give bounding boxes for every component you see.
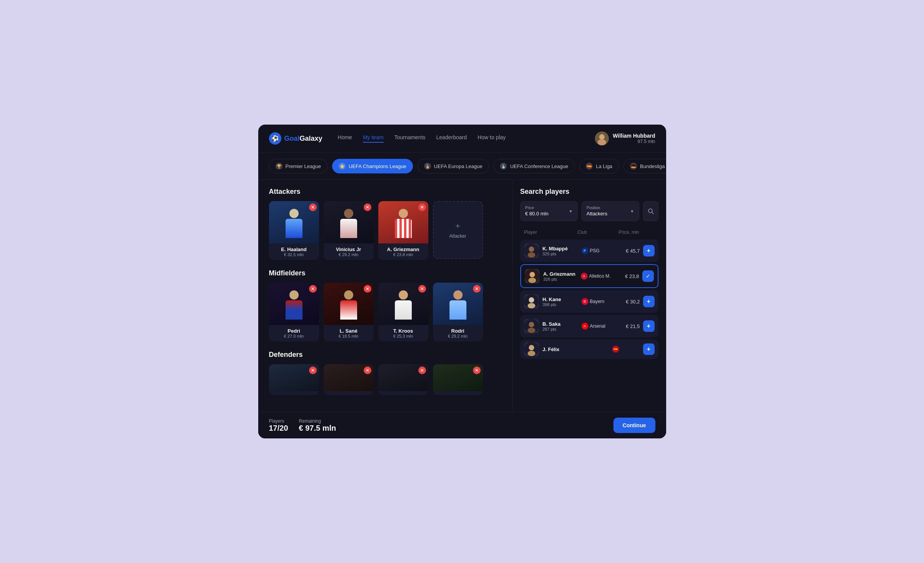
nav-leaderboard[interactable]: Leaderboard	[436, 134, 467, 143]
add-felix-btn[interactable]: +	[643, 343, 655, 355]
defender-card-2: ✕	[324, 364, 374, 395]
league-la-liga[interactable]: 🇪🇸 La Liga	[579, 159, 619, 173]
league-uel[interactable]: 🏅 UEFA Europa League	[418, 159, 489, 173]
check-griezmann-btn[interactable]: ✓	[642, 270, 654, 282]
nav-my-team[interactable]: My team	[363, 134, 384, 143]
stats-area: Players 17/20 Remaining € 97.5 mln	[269, 418, 336, 433]
position-chevron-icon: ▼	[630, 209, 634, 213]
league-premier-league[interactable]: 🏆 Premier League	[269, 159, 328, 173]
player-card-griezmann: ✕ A. Griezmann € 23.8 mln	[378, 201, 428, 260]
svg-point-12	[529, 297, 534, 303]
col-club-header: Club	[578, 230, 608, 235]
player-row-kane[interactable]: H. Kane 398 pts B Bayern € 30,2 +	[520, 290, 658, 313]
add-kane-btn[interactable]: +	[643, 296, 655, 307]
kroos-info: T. Kroos € 25.3 mln	[378, 325, 428, 341]
remove-defender4-btn[interactable]: ✕	[473, 366, 481, 374]
nav-tournaments[interactable]: Tournaments	[394, 134, 426, 143]
kane-avatar	[524, 294, 539, 309]
player-row-saka[interactable]: B. Saka 287 pts A Arsenal € 21,5 +	[520, 315, 658, 337]
header: ⚽ GoalGalaxy Home My team Tournaments Le…	[258, 125, 666, 153]
defenders-section: Defenders ✕ ✕ ✕	[269, 351, 501, 395]
defender-card-1: ✕	[269, 364, 319, 395]
search-icon	[648, 208, 654, 214]
logo-area: ⚽ GoalGalaxy	[269, 132, 322, 145]
rodri-price: € 29.2 mln	[436, 334, 480, 338]
saka-club: A Arsenal	[581, 323, 612, 330]
add-attacker-label: Attacker	[449, 233, 466, 239]
midfielders-grid: ✕ Pedri € 27.0 mln	[269, 283, 501, 341]
leagues-bar: 🏆 Premier League ⭐ UEFA Champions League…	[258, 153, 666, 180]
remove-rodri-btn[interactable]: ✕	[473, 285, 481, 293]
haaland-price: € 32.5 mln	[272, 252, 316, 257]
remove-defender2-btn[interactable]: ✕	[364, 366, 371, 374]
rodri-name: Rodri	[436, 328, 480, 334]
defenders-title: Defenders	[269, 351, 501, 359]
kroos-name: T. Kroos	[381, 328, 425, 334]
uecl-icon: 🥈	[500, 163, 507, 170]
user-avatar	[595, 132, 609, 145]
add-attacker-slot[interactable]: + Attacker	[433, 201, 483, 259]
attackers-title: Attackers	[269, 188, 501, 196]
mbappe-avatar	[524, 243, 539, 258]
remove-griezmann-btn[interactable]: ✕	[418, 203, 426, 211]
app-container: ⚽ GoalGalaxy Home My team Tournaments Le…	[258, 125, 666, 438]
svg-point-7	[528, 252, 535, 258]
felix-club: 🇪🇸	[612, 346, 643, 353]
right-panel: Search players Price € 80.0 mln ▼ Positi…	[512, 180, 666, 412]
players-table-header: Player Club Price, mln	[520, 227, 658, 237]
player-row-felix[interactable]: J. Félix 🇪🇸 +	[520, 340, 658, 359]
remove-kroos-btn[interactable]: ✕	[418, 285, 426, 293]
player-row-mbappe[interactable]: K. Mbappé 326 pts P PSG € 45,7 +	[520, 240, 658, 262]
logo-text: GoalGalaxy	[284, 135, 322, 143]
svg-point-19	[528, 351, 535, 356]
user-area: William Hubbard 97.5 mln	[595, 132, 655, 145]
remove-defender3-btn[interactable]: ✕	[418, 366, 426, 374]
add-mbappe-btn[interactable]: +	[643, 245, 655, 257]
remove-sane-btn[interactable]: ✕	[364, 285, 371, 293]
continue-button[interactable]: Continue	[613, 418, 655, 433]
premier-league-icon: 🏆	[276, 163, 282, 170]
sane-price: € 18.5 mln	[327, 334, 371, 338]
add-saka-btn[interactable]: +	[643, 320, 655, 332]
player-card-haaland: ✕ E. Haaland € 32.5 mln	[269, 201, 319, 260]
midfielders-title: Midfielders	[269, 269, 501, 277]
nav-home[interactable]: Home	[338, 134, 352, 143]
remove-vinicius-btn[interactable]: ✕	[364, 203, 371, 211]
league-bundesliga[interactable]: 🇩🇪 Bundesliga	[623, 159, 666, 173]
psg-badge: P	[581, 247, 588, 254]
attackers-section: Attackers ✕	[269, 188, 501, 260]
svg-point-10	[528, 278, 536, 283]
player-card-rodri: ✕ Rodri € 29.2 mln	[433, 283, 483, 341]
midfielders-section: Midfielders ✕	[269, 269, 501, 341]
league-uecl[interactable]: 🥈 UEFA Conference League	[493, 159, 575, 173]
saka-info: B. Saka 287 pts	[543, 321, 581, 331]
col-player-header: Player	[524, 230, 578, 235]
ucl-icon: ⭐	[339, 163, 346, 170]
uel-icon: 🏅	[424, 163, 431, 170]
pedri-info: Pedri € 27.0 mln	[269, 325, 319, 341]
position-filter[interactable]: Position Attackers ▼	[581, 201, 639, 221]
league-ucl[interactable]: ⭐ UEFA Champions League	[332, 159, 413, 173]
svg-point-1	[599, 134, 605, 140]
la-liga-icon: 🇪🇸	[586, 163, 593, 170]
remove-pedri-btn[interactable]: ✕	[309, 285, 317, 293]
price-filter[interactable]: Price € 80.0 mln ▼	[520, 201, 578, 221]
kane-club: B Bayern	[581, 298, 612, 305]
bottom-bar: Players 17/20 Remaining € 97.5 mln Conti…	[258, 412, 666, 438]
griezmann-club: A Atletico M.	[581, 273, 612, 280]
nav-how-to-play[interactable]: How to play	[478, 134, 506, 143]
griezmann-search-info: A. Griezmann 326 pts	[543, 271, 581, 282]
player-card-kroos: ✕ T. Kroos € 25.3 mln	[378, 283, 428, 341]
search-button[interactable]	[643, 201, 658, 221]
griezmann-search-avatar	[525, 269, 540, 283]
attackers-grid: ✕ E. Haaland € 32.5 mln	[269, 201, 501, 260]
search-filters: Price € 80.0 mln ▼ Position Attackers ▼	[520, 201, 658, 221]
svg-point-9	[530, 272, 535, 277]
felix-info: J. Félix	[543, 346, 612, 352]
main-content: Attackers ✕	[258, 180, 666, 412]
player-card-vinicius: ✕ Vinicius Jr € 29.2 mln	[324, 201, 374, 260]
player-row-griezmann[interactable]: A. Griezmann 326 pts A Atletico M. € 23,…	[520, 264, 658, 288]
remove-defender1-btn[interactable]: ✕	[309, 366, 317, 374]
remove-haaland-btn[interactable]: ✕	[309, 203, 317, 211]
nav: Home My team Tournaments Leaderboard How…	[338, 134, 595, 143]
